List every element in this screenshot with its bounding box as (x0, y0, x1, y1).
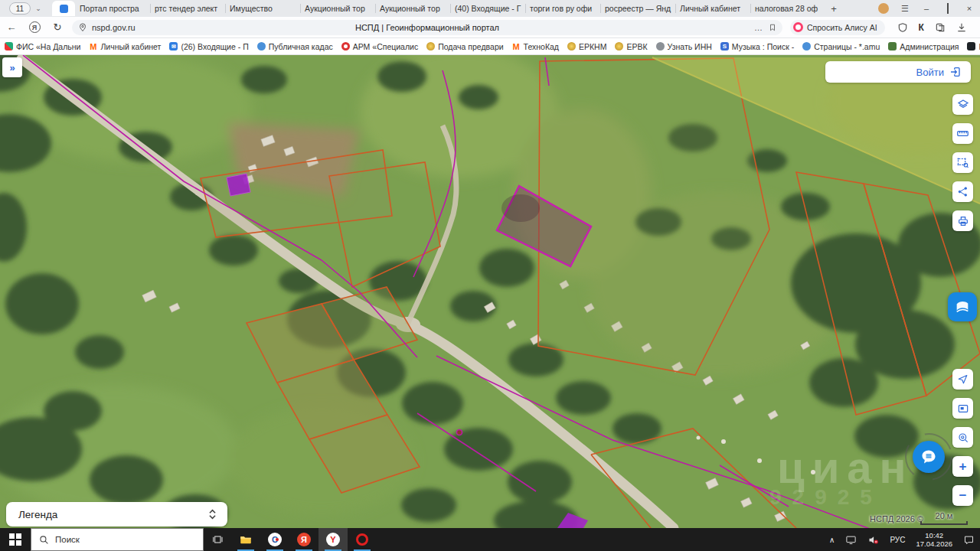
overview-map-button[interactable] (952, 398, 973, 419)
layers-tool-button[interactable] (952, 94, 973, 115)
clock[interactable]: 10:42 17.04.2026 (910, 528, 958, 551)
basemap-switch-button[interactable] (948, 292, 977, 321)
browser-tab[interactable]: росреестр — Янд (600, 0, 675, 17)
bookmark-favicon-icon (257, 42, 266, 51)
new-tab-button[interactable]: + (825, 3, 842, 15)
bookmark-item[interactable]: Страницы - *.amu (802, 42, 880, 51)
task-view-button[interactable] (204, 528, 231, 551)
tab-counter[interactable]: 11 (9, 2, 31, 15)
bookmark-label: Публичная кадас (269, 42, 333, 51)
bookmark-favicon-icon (656, 42, 665, 51)
date: 17.04.2026 (916, 540, 952, 548)
window-controls: ☰ – × (873, 0, 980, 17)
taskbar-app-yandex[interactable]: Я (289, 528, 318, 551)
browser-tab[interactable]: ртс тендер элект (150, 0, 225, 17)
tab-list-chevron-icon[interactable]: ⌄ (31, 5, 46, 12)
parcel-texture (501, 194, 540, 222)
browser-tab[interactable]: торги гов ру офи (525, 0, 600, 17)
expand-panel-button[interactable]: » (2, 57, 22, 77)
yandex-home-button[interactable]: Я (23, 21, 46, 33)
downloads-icon[interactable] (956, 22, 967, 33)
browser-tab[interactable]: Аукционный тор (375, 0, 450, 17)
profile-avatar[interactable] (878, 3, 889, 14)
bookmark-favicon-icon (426, 42, 435, 51)
protect-shield-icon[interactable] (897, 22, 908, 33)
bookmark-label: Страницы - *.amu (814, 42, 880, 51)
browser-tab[interactable]: налоговая 28 оф (750, 0, 825, 17)
bookmark-item[interactable]: ЕРВК (615, 42, 647, 51)
taskbar-app-explorer[interactable] (231, 528, 260, 551)
taskbar-app-yandex-browser[interactable]: Y (318, 528, 348, 551)
chat-help-fab[interactable] (913, 441, 945, 473)
bookmark-favicon-icon (967, 42, 975, 51)
volume-muted-icon[interactable] (862, 528, 884, 551)
bookmark-item[interactable]: M ТехноКад (512, 42, 559, 51)
taskbar-app-c-app[interactable]: C (260, 528, 289, 551)
bookmark-item[interactable]: M Личный кабинет (89, 42, 161, 51)
bookmark-item[interactable]: Узнать ИНН (656, 42, 712, 51)
bookmark-favicon-icon (5, 42, 13, 51)
bookmark-item[interactable]: АРМ «Специалис (341, 42, 418, 51)
share-icon (957, 186, 969, 197)
print-tool-button[interactable] (952, 210, 973, 231)
restore-button[interactable] (937, 4, 959, 13)
tray-expand-button[interactable]: ∧ (824, 528, 840, 551)
coordinate-search-button[interactable] (952, 427, 973, 448)
app-icon (239, 533, 253, 546)
bookmark-item[interactable]: Подача предвари (426, 42, 503, 51)
collections-icon[interactable] (935, 22, 946, 33)
bookmark-item[interactable]: S Музыка : Поиск - (720, 42, 794, 51)
login-button[interactable]: Войти (825, 61, 971, 83)
bookmark-item[interactable]: ✉ (26) Входящие - П (169, 42, 248, 51)
browser-tab[interactable]: (40) Входящие - Г (450, 0, 525, 17)
measure-tool-button[interactable] (952, 123, 973, 144)
taskbar-search[interactable]: Поиск (31, 528, 204, 551)
bookmark-item[interactable]: Администрация (888, 42, 959, 51)
layers-icon (957, 99, 969, 111)
zoom-in-button[interactable]: + (952, 456, 973, 477)
map-scale: 20 м (920, 511, 968, 525)
bookmark-label: Личный кабинет (100, 42, 161, 51)
map-canvas[interactable] (0, 55, 980, 528)
language-indicator[interactable]: РУС (884, 528, 910, 551)
search-placeholder: Поиск (55, 535, 80, 544)
display-tray-icon[interactable] (840, 528, 862, 551)
alice-icon (793, 22, 803, 32)
bookmark-item[interactable]: Консоль ‹ Админи (967, 42, 980, 51)
address-bar: ← Я ↻ nspd.gov.ru НСПД | Геоинформационн… (0, 17, 980, 38)
taskbar-app-opera[interactable]: O (348, 528, 377, 551)
select-area-tool-button[interactable] (952, 152, 973, 173)
url-field[interactable]: nspd.gov.ru НСПД | Геоинформационный пор… (72, 20, 782, 35)
pinned-active-tab[interactable] (52, 1, 75, 16)
share-tool-button[interactable] (952, 181, 973, 202)
start-button[interactable] (0, 528, 31, 551)
bookmark-flag-icon[interactable] (769, 23, 776, 32)
browser-tab[interactable]: Личный кабинет (675, 0, 750, 17)
legend-panel[interactable]: Легенда (6, 502, 227, 527)
close-button[interactable]: × (959, 4, 980, 13)
ruler-icon (956, 127, 969, 140)
bookmark-item[interactable]: ЕРКНМ (567, 42, 606, 51)
geolocate-icon (957, 373, 969, 385)
ask-alice-button[interactable]: Спросить Алису AI (790, 20, 885, 35)
browser-tab[interactable]: Имущество (225, 0, 300, 17)
browser-tab[interactable]: Аукционный тор (300, 0, 375, 17)
browser-tab[interactable]: Портал простра (75, 0, 150, 17)
coordinate-search-icon (957, 432, 969, 444)
back-button[interactable]: ← (0, 21, 23, 33)
browser-tab-strip: 11 ⌄ Портал простра ртс тендер элект Иму… (0, 0, 980, 17)
minimize-button[interactable]: – (916, 4, 937, 13)
bookmarks-bar: ФИС «На Дальни M Личный кабинет ✉ (26) В… (0, 38, 980, 55)
chat-bubble-icon (920, 448, 938, 466)
bookmark-item[interactable]: ФИС «На Дальни (5, 42, 80, 51)
highlighted-building[interactable] (227, 174, 250, 196)
notifications-button[interactable] (958, 528, 980, 551)
bookmark-item[interactable]: Публичная кадас (257, 42, 333, 51)
refresh-button[interactable]: ↻ (46, 21, 69, 33)
url-more-icon[interactable]: … (754, 23, 763, 32)
zoom-out-button[interactable]: − (952, 485, 973, 506)
geolocate-button[interactable] (952, 369, 973, 390)
browser-menu-button[interactable]: ☰ (894, 4, 916, 14)
kaspersky-extension-icon[interactable]: К (919, 22, 924, 33)
taskbar-apps: C Я Y O (231, 528, 377, 551)
